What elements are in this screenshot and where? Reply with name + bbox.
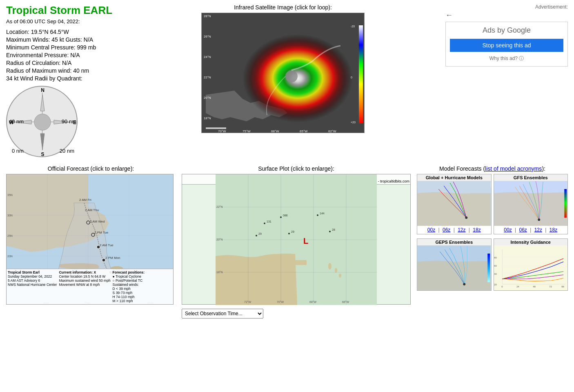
svg-point-88 — [465, 216, 467, 219]
center-section: Infrared Satellite Image (click for loop… — [133, 4, 433, 157]
svg-text:35N: 35N — [7, 194, 13, 196]
gfs-ensembles-links: 00z | 06z | 12z | 18z — [494, 226, 568, 234]
wind-radii-title: 34 kt Wind Radii by Quadrant: — [6, 75, 125, 82]
svg-text:24°N: 24°N — [204, 55, 211, 59]
radius-max-wind: Radius of Maximum wind: 40 nm — [6, 67, 125, 74]
forecast-image[interactable]: Note: The cone contains the probable pat… — [6, 174, 174, 305]
svg-point-90 — [538, 218, 540, 221]
surface-image[interactable]: Marine Surface Plot Near 06L EARL 09:00Z… — [182, 174, 411, 305]
gfs-ensembles-image[interactable]: Tropical Storm EARL GEFS Tracks & Min. M… — [494, 181, 568, 226]
svg-text:30N: 30N — [7, 214, 13, 217]
surface-select-container: Select Observation Time... 06Z Sep 04 09… — [182, 307, 411, 318]
compass: N S E W 40 nm 90 nm 0 nm 20 nm — [6, 86, 78, 157]
intensity-guidance-title: Intensity Guidance — [494, 239, 568, 245]
svg-text:131: 131 — [267, 220, 271, 223]
compass-south: S — [41, 151, 44, 157]
svg-text:65°W: 65°W — [300, 129, 308, 133]
global-hurricane-svg — [417, 181, 491, 226]
gfs-06z-link[interactable]: 06z — [519, 227, 527, 233]
left-panel: Tropical Storm EARL As of 06:00 UTC Sep … — [6, 4, 125, 157]
svg-text:2 AM Fri: 2 AM Fri — [79, 198, 91, 202]
geps-ensembles-model: GEPS Ensembles 06L EARL - GEPS Tracks an… — [417, 238, 492, 291]
compass-circle: N S E W 40 nm 90 nm 0 nm 20 nm — [6, 86, 78, 157]
forecast-info-bar: Tropical Storm Earl Sunday September 04,… — [7, 269, 173, 304]
gfs-18z-link[interactable]: 18z — [550, 227, 557, 233]
surface-panel: Surface Plot (click to enlarge): Marine … — [182, 165, 411, 318]
svg-text:62°W: 62°W — [328, 129, 336, 133]
surface-title: Surface Plot (click to enlarge): — [182, 165, 411, 172]
satellite-image-inner: 28°N 26°N 24°N 22°N 20°N 18°N 70°W 75°W … — [202, 13, 364, 133]
global-06z-link[interactable]: 06z — [443, 227, 450, 233]
svg-text:18°N: 18°N — [216, 271, 223, 274]
svg-rect-94 — [487, 254, 490, 282]
svg-point-65 — [317, 214, 318, 216]
surface-select[interactable]: Select Observation Time... 06Z Sep 04 09… — [182, 309, 263, 318]
geps-ensembles-title: GEPS Ensembles — [417, 239, 491, 245]
svg-point-57 — [328, 263, 331, 270]
svg-point-69 — [288, 233, 290, 234]
stop-seeing-btn[interactable]: Stop seeing this ad — [450, 39, 563, 52]
satellite-svg: 28°N 26°N 24°N 22°N 20°N 18°N 70°W 75°W … — [202, 13, 365, 133]
svg-point-71 — [329, 231, 331, 232]
svg-text:28°N: 28°N — [204, 14, 211, 18]
svg-rect-20 — [359, 25, 363, 123]
global-18z-link[interactable]: 18z — [473, 227, 481, 233]
surface-map-svg: L 131 086 144 29 29 28 22°N 20°N — [182, 174, 410, 305]
svg-text:25N: 25N — [7, 234, 13, 237]
model-grid-bottom: GEPS Ensembles 06L EARL - GEPS Tracks an… — [417, 236, 568, 291]
why-ad[interactable]: Why this ad? ⓘ — [450, 55, 563, 62]
gfs-00z-link[interactable]: 00z — [504, 227, 512, 233]
compass-labels: N S E W 40 nm 90 nm 0 nm 20 nm — [7, 87, 78, 158]
model-acronyms-link[interactable]: list of model acronyms — [485, 165, 542, 172]
right-panel: Advertisement: ← Ads by Google Stop seei… — [441, 4, 568, 157]
svg-point-59 — [339, 274, 341, 278]
forecast-storm-name: Tropical Storm Earl Sunday September 04,… — [8, 270, 57, 303]
forecast-panel: Official Forecast (click to enlarge): No… — [6, 165, 176, 318]
svg-point-67 — [256, 235, 257, 236]
svg-text:66°W: 66°W — [342, 301, 349, 303]
svg-text:2 AM Tue: 2 AM Tue — [100, 243, 113, 247]
as-of-date: As of 06:00 UTC Sep 04, 2022: — [6, 18, 125, 24]
geps-ensembles-image[interactable]: 06L EARL - GEPS Tracks and Min. MSLP (hP… — [417, 245, 491, 290]
top-section: Tropical Storm EARL As of 06:00 UTC Sep … — [0, 0, 574, 159]
svg-text:-20: -20 — [351, 25, 355, 28]
global-00z-link[interactable]: 00z — [427, 227, 435, 233]
gfs-12z-link[interactable]: 12z — [534, 227, 542, 233]
svg-text:18°N: 18°N — [204, 116, 211, 120]
svg-text:24: 24 — [516, 285, 519, 288]
svg-point-7 — [285, 70, 298, 82]
gfs-ensembles-svg — [494, 181, 568, 226]
satellite-image[interactable]: GOES-16 Channel 13 (IR) Brightness Tempe… — [201, 13, 365, 133]
ads-by-google: Ads by Google — [450, 26, 563, 35]
svg-text:2 AM Wed: 2 AM Wed — [90, 220, 105, 223]
svg-text:22°N: 22°N — [216, 205, 223, 208]
intensity-guidance-image[interactable]: Tropical Storm EARL Model Intensity Guid… — [494, 245, 568, 290]
nm-southeast: 20 nm — [60, 148, 74, 154]
svg-text:0: 0 — [351, 76, 352, 79]
satellite-title[interactable]: Infrared Satellite Image (click for loop… — [234, 4, 332, 11]
geps-svg — [417, 245, 491, 290]
svg-text:29: 29 — [291, 230, 294, 233]
svg-text:2 PM Tue: 2 PM Tue — [94, 231, 109, 234]
compass-north: N — [41, 87, 44, 93]
svg-text:20°N: 20°N — [204, 96, 211, 100]
svg-text:+20: +20 — [351, 121, 356, 124]
compass-container: N S E W 40 nm 90 nm 0 nm 20 nm — [6, 86, 125, 157]
svg-text:144: 144 — [320, 212, 325, 215]
svg-text:29: 29 — [258, 232, 262, 235]
global-hurricane-image[interactable]: Tropical Storm EARL Model Track Guidance… — [417, 181, 491, 226]
svg-point-93 — [463, 283, 465, 285]
location: Location: 19.5°N 64.5°W — [6, 29, 125, 35]
svg-rect-8 — [206, 127, 226, 129]
svg-text:28: 28 — [332, 228, 335, 231]
svg-rect-91 — [564, 189, 567, 218]
nm-west: 40 nm — [9, 118, 24, 125]
global-12z-link[interactable]: 12z — [458, 227, 465, 233]
ad-back-btn[interactable]: ← — [445, 11, 453, 20]
svg-rect-56 — [295, 260, 307, 265]
svg-text:75°W: 75°W — [243, 129, 251, 133]
ad-label: Advertisement: — [445, 4, 568, 10]
nm-southwest: 0 nm — [12, 148, 24, 154]
gfs-ensembles-title: GFS Ensembles — [494, 174, 568, 181]
svg-text:40: 40 — [494, 273, 497, 275]
